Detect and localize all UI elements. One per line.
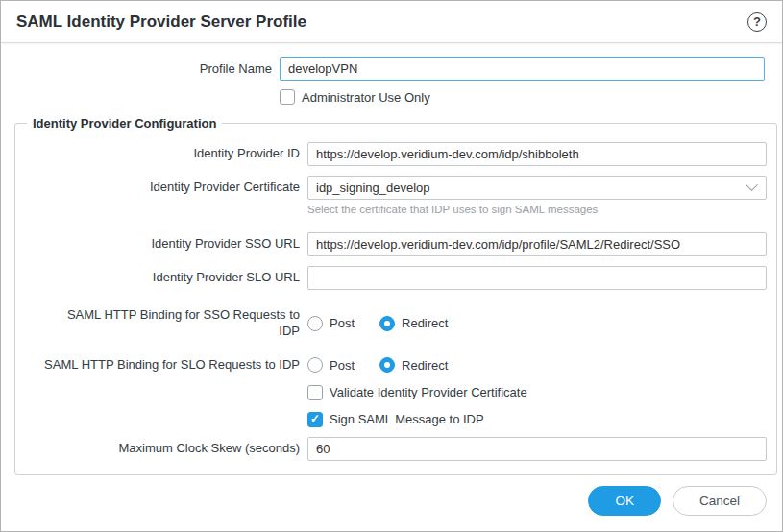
validate-cert-label: Validate Identity Provider Certificate xyxy=(330,385,527,399)
sso-binding-redirect-option[interactable]: Redirect xyxy=(379,316,448,331)
dialog-footer: OK Cancel xyxy=(1,486,782,531)
slo-binding-redirect-option[interactable]: Redirect xyxy=(379,357,448,373)
sso-url-label: Identity Provider SSO URL xyxy=(25,236,307,253)
sso-binding-options: Post Redirect xyxy=(307,316,448,331)
profile-name-input[interactable] xyxy=(280,57,765,81)
sso-url-row: Identity Provider SSO URL xyxy=(25,232,767,256)
slo-binding-redirect-label: Redirect xyxy=(402,358,448,373)
saml-idp-profile-dialog: SAML Identity Provider Server Profile ? … xyxy=(0,0,783,532)
sso-binding-row: SAML HTTP Binding for SSO Requests to ID… xyxy=(25,307,767,340)
sso-binding-post-label: Post xyxy=(330,316,355,330)
sign-saml-checkbox[interactable] xyxy=(307,412,323,427)
sso-binding-post-option[interactable]: Post xyxy=(307,316,355,331)
clock-skew-row: Maximum Clock Skew (seconds) xyxy=(25,437,767,461)
idp-config-legend: Identity Provider Configuration xyxy=(27,116,222,131)
sso-binding-post-radio[interactable] xyxy=(307,316,323,331)
sso-url-input[interactable] xyxy=(307,232,767,256)
cancel-button[interactable]: Cancel xyxy=(673,486,767,516)
sign-saml-label: Sign SAML Message to IDP xyxy=(330,412,484,426)
idp-cert-selected-value: idp_signing_develop xyxy=(316,181,430,195)
slo-binding-options: Post Redirect xyxy=(307,357,448,373)
chevron-down-icon xyxy=(746,179,758,191)
slo-binding-post-radio[interactable] xyxy=(307,357,323,373)
clock-skew-label: Maximum Clock Skew (seconds) xyxy=(25,441,307,457)
help-icon[interactable]: ? xyxy=(747,12,767,32)
sso-binding-redirect-label: Redirect xyxy=(402,316,448,330)
dialog-header: SAML Identity Provider Server Profile ? xyxy=(1,1,782,43)
slo-binding-label: SAML HTTP Binding for SLO Requests to ID… xyxy=(25,357,307,374)
clock-skew-input[interactable] xyxy=(307,437,767,461)
admin-only-row: Administrator Use Only xyxy=(280,89,765,105)
validate-cert-row: Validate Identity Provider Certificate xyxy=(25,385,767,400)
sign-saml-option[interactable]: Sign SAML Message to IDP xyxy=(307,412,484,427)
idp-cert-hint: Select the certificate that IDP uses to … xyxy=(307,204,767,215)
slo-url-row: Identity Provider SLO URL xyxy=(25,266,767,290)
validate-cert-checkbox[interactable] xyxy=(307,385,323,400)
slo-binding-post-option[interactable]: Post xyxy=(307,357,355,373)
slo-url-input[interactable] xyxy=(307,266,767,290)
idp-cert-select[interactable]: idp_signing_develop xyxy=(307,176,767,200)
profile-name-row: Profile Name xyxy=(1,57,765,81)
admin-only-label: Administrator Use Only xyxy=(302,90,430,105)
admin-only-checkbox[interactable] xyxy=(280,89,295,105)
sign-saml-row: Sign SAML Message to IDP xyxy=(25,412,767,427)
sso-binding-label: SAML HTTP Binding for SSO Requests to ID… xyxy=(25,307,307,340)
validate-cert-option[interactable]: Validate Identity Provider Certificate xyxy=(307,385,527,400)
slo-binding-row: SAML HTTP Binding for SLO Requests to ID… xyxy=(25,357,767,374)
idp-config-fieldset: Identity Provider Configuration Identity… xyxy=(14,116,777,475)
slo-url-label: Identity Provider SLO URL xyxy=(25,270,307,286)
slo-binding-post-label: Post xyxy=(330,358,355,373)
idp-cert-label: Identity Provider Certificate xyxy=(25,180,307,196)
idp-id-row: Identity Provider ID xyxy=(25,142,767,166)
slo-binding-redirect-radio[interactable] xyxy=(379,357,395,373)
dialog-body: Profile Name Administrator Use Only Iden… xyxy=(1,43,782,486)
sso-binding-redirect-radio[interactable] xyxy=(379,316,395,331)
idp-id-input[interactable] xyxy=(307,142,767,166)
profile-name-label: Profile Name xyxy=(1,61,280,76)
idp-id-label: Identity Provider ID xyxy=(25,146,307,162)
dialog-title: SAML Identity Provider Server Profile xyxy=(16,12,306,32)
idp-cert-row: Identity Provider Certificate idp_signin… xyxy=(25,176,767,200)
ok-button[interactable]: OK xyxy=(588,486,661,516)
